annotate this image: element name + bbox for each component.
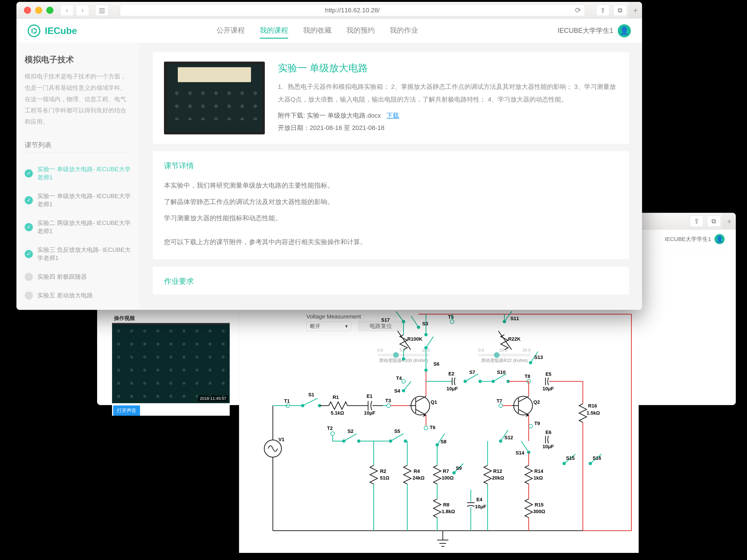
chapter-item[interactable]: ✓实验二 两级放大电路- IECUBE大学老师1 [25,214,131,241]
svg-text:T8: T8 [524,374,530,379]
svg-text:S9: S9 [456,465,462,471]
chapter-label: 实验一 单级放大电路- IECUBE大学老师1 [37,192,131,209]
main-nav: 公开课程 我的课程 我的收藏 我的预约 我的作业 [216,23,418,38]
chapter-label: 实验四 射极跟随器 [37,273,87,281]
nav-my-bookings[interactable]: 我的预约 [346,23,375,38]
svg-text:S3: S3 [422,321,428,326]
nav-public-courses[interactable]: 公开课程 [216,23,245,38]
browser-window-front: ‹ › ▥ http://116.62.10.28/ ⟳ ⇪ ⧉ ＋ ⌬ IEC… [17,2,642,310]
browser-toolbar-front: ‹ › ▥ http://116.62.10.28/ ⟳ ⇪ ⧉ ＋ [17,2,642,19]
open-audio-button[interactable]: 打开声音 [113,405,140,416]
share-icon[interactable]: ⇪ [596,5,610,16]
back-button[interactable]: ‹ [60,5,74,16]
svg-text:24kΩ: 24kΩ [413,475,424,481]
tabs-icon[interactable]: ⧉ [613,5,627,16]
detail-line: 本实验中，我们将研究测量单级放大电路的主要性能指标。 [164,177,618,193]
svg-text:T5: T5 [448,314,454,320]
chapter-hero: 实验一 单级放大电路 1、熟悉电子元器件和模拟电路实验箱； 2、掌握放大器静态工… [153,52,629,144]
nav-my-courses[interactable]: 我的课程 [260,23,288,38]
chapter-item[interactable]: ✓实验三 负反馈放大电路- IECUBE大学老师1 [25,241,131,267]
homework-title: 作业要求 [164,276,618,286]
svg-text:1.8kΩ: 1.8kΩ [442,509,455,514]
svg-point-10 [331,432,334,435]
svg-text:S10: S10 [497,369,506,375]
svg-point-13 [387,404,390,407]
nav-my-favorites[interactable]: 我的收藏 [303,23,332,38]
maximize-window-icon[interactable] [46,7,53,14]
svg-point-20 [424,346,428,349]
window-controls[interactable] [24,7,53,14]
check-icon: ✓ [25,250,33,258]
svg-point-68 [529,424,533,428]
svg-text:E2: E2 [448,371,454,376]
username: IECUBE大学学生1 [558,26,613,35]
attachment-label: 附件下载: 实验一 单级放大电路.docx [278,112,381,119]
detail-line: 了解晶体管静态工作点的调试方法及对放大器性能的影响。 [164,193,618,210]
circuit-workspace: Voltage Measurement 断开 ▾ 电路复位 0.0 5.0 10… [239,310,639,553]
username-back: IECUBE大学学生1 [665,235,711,243]
download-link[interactable]: 下载 [386,112,399,119]
svg-text:S4: S4 [394,388,400,394]
chapter-item[interactable]: ✓实验一 单级放大电路- IECUBE大学老师1 [25,187,131,214]
url-text: http://116.62.10.28/ [325,6,380,14]
detail-line: 您可以下载上方的课节附件，参考其中内容进行相关实验操作和计算。 [164,234,618,250]
course-sidebar: 模拟电子技术 模拟电子技术是电子技术的一个方面，也是一门具有基础性意义的领域学科… [17,43,140,310]
forward-button[interactable]: › [76,5,89,16]
svg-text:V1: V1 [279,436,284,442]
new-tab-button[interactable]: ＋ [628,2,642,19]
svg-text:S15: S15 [566,455,575,461]
svg-text:Q2: Q2 [533,399,540,405]
minimize-window-icon[interactable] [35,7,42,14]
chapter-item[interactable]: ✓实验一 单级放大电路- IECUBE大学老师1 [25,160,131,187]
app-header: ⌬ IECube 公开课程 我的课程 我的收藏 我的预约 我的作业 IECUBE… [17,19,642,43]
sidebar-toggle-icon[interactable]: ▥ [95,5,109,16]
chapter-item[interactable]: 实验五 差动放大电路 [25,286,131,305]
svg-text:10μF: 10μF [542,444,554,449]
svg-text:R16: R16 [588,403,597,409]
svg-text:20kΩ: 20kΩ [492,475,504,481]
status-dot-icon [25,291,33,300]
svg-text:R14: R14 [534,468,543,474]
svg-text:R12: R12 [493,468,502,474]
video-thumbnail[interactable]: 2018-11:45:57 [112,323,230,403]
circuit-schematic: V1 T1 S1 R1 5.1kΩ T2 E1 10μF T3 Q1 [239,311,639,553]
svg-text:S2: S2 [347,428,354,434]
check-icon: ✓ [25,169,33,178]
svg-text:R100K: R100K [407,336,422,342]
svg-text:1kΩ: 1kΩ [534,475,543,481]
new-tab-button[interactable]: ＋ [722,213,736,230]
chapter-item[interactable]: 实验四 射极跟随器 [25,267,131,286]
logo-icon: ⌬ [28,24,40,37]
operation-video-panel: 操作视频 2018-11:45:57 打开声音 [112,314,230,416]
svg-text:S14: S14 [516,450,524,456]
status-dot-icon [25,273,33,281]
svg-text:S1: S1 [308,392,314,397]
brand-logo[interactable]: ⌬ IECube [28,24,77,37]
svg-text:S8: S8 [441,439,446,445]
avatar-icon: 👤 [618,24,631,37]
user-menu[interactable]: IECUBE大学学生1 👤 [558,24,631,37]
svg-point-37 [402,357,405,361]
chapter-list-header: 课节列表 [25,140,131,153]
chapter-item[interactable]: 实验六 RC正弦波振荡器 [25,305,131,310]
svg-text:E1: E1 [367,393,372,399]
check-icon: ✓ [25,196,33,205]
detail-title: 课节详情 [164,161,618,171]
svg-text:R7: R7 [443,468,449,474]
share-icon[interactable]: ⇪ [690,216,703,227]
svg-text:S17: S17 [381,317,390,323]
reload-icon[interactable]: ⟳ [575,6,581,15]
brand-name: IECube [45,25,77,36]
tabs-icon[interactable]: ⧉ [707,216,720,227]
nav-my-homework[interactable]: 我的作业 [390,23,418,38]
svg-text:10μF: 10μF [542,386,554,392]
close-window-icon[interactable] [24,7,31,14]
course-description: 模拟电子技术是电子技术的一个方面，也是一门具有基础性意义的领域学科。在这一领域内… [25,71,131,128]
url-field[interactable]: http://116.62.10.28/ ⟳ [120,4,585,16]
svg-text:51Ω: 51Ω [380,475,389,481]
attachment-row: 附件下载: 实验一 单级放大电路.docx 下载 [278,111,618,120]
user-menu-back[interactable]: IECUBE大学学生1 👤 [665,234,725,244]
detail-line: 学习测量放大器的性能指标和动态性能。 [164,210,618,226]
chapter-label: 实验五 差动放大电路 [37,291,93,300]
svg-text:S12: S12 [505,435,513,441]
